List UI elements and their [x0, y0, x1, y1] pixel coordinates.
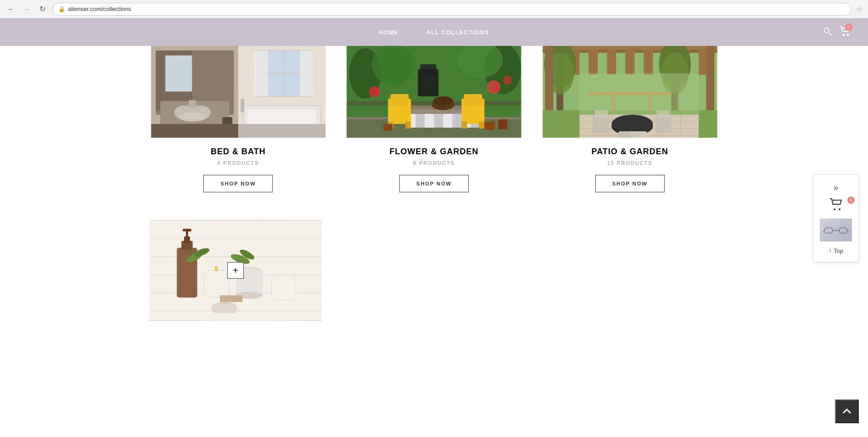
url-text: alienser.com/collections — [68, 6, 131, 12]
svg-rect-19 — [254, 50, 268, 96]
flower-garden-image — [345, 46, 523, 138]
search-icon — [823, 27, 832, 36]
svg-line-1 — [829, 33, 832, 35]
cart-icon-panel — [829, 198, 842, 211]
search-button[interactable] — [823, 27, 832, 38]
svg-point-0 — [824, 28, 829, 33]
shop-now-patio-garden[interactable]: SHOP NOW — [595, 175, 665, 192]
expand-btn[interactable]: » — [819, 182, 853, 193]
svg-rect-24 — [241, 99, 244, 112]
cart-button[interactable]: 0 — [840, 26, 850, 39]
svg-point-127 — [834, 208, 835, 210]
floating-compare-panel: » 0 ↑ Top — [813, 174, 859, 262]
nav-all-collections[interactable]: ALL COLLECTIONS — [426, 29, 489, 36]
svg-point-53 — [433, 96, 454, 106]
collection-count-bed-bath: 4 PRODUCTS — [150, 160, 327, 166]
svg-point-10 — [179, 112, 206, 122]
svg-rect-66 — [607, 50, 616, 75]
svg-point-91 — [611, 115, 653, 133]
browser-chrome: ← → ↻ 🔒 alienser.com/collections ☆ — [0, 0, 868, 18]
svg-rect-12 — [189, 100, 196, 107]
add-to-cart-btn[interactable]: + — [227, 262, 244, 279]
svg-point-54 — [369, 86, 380, 97]
svg-rect-25 — [238, 124, 325, 138]
bookmark-star-icon[interactable]: ☆ — [856, 5, 862, 13]
patio-garden-image — [541, 46, 719, 138]
collection-card-flower-garden: FLOWER & GARDEN 8 PRODUCTS SHOP NOW — [345, 46, 523, 192]
shop-now-bed-bath[interactable]: SHOP NOW — [203, 175, 273, 192]
svg-point-56 — [503, 76, 512, 85]
top-arrow-icon: ↑ — [829, 247, 832, 254]
svg-rect-49 — [479, 122, 485, 129]
svg-rect-14 — [151, 124, 238, 138]
collection-count-flower-garden: 8 PRODUCTS — [345, 160, 523, 166]
svg-rect-126 — [212, 304, 237, 313]
svg-point-55 — [487, 80, 501, 94]
svg-rect-45 — [406, 122, 411, 129]
svg-rect-51 — [420, 64, 437, 76]
reload-button[interactable]: ↻ — [37, 4, 48, 15]
product-card-small: + — [150, 220, 322, 321]
svg-rect-99 — [588, 92, 671, 95]
svg-rect-97 — [631, 131, 647, 138]
back-button[interactable]: ← — [6, 4, 17, 15]
svg-rect-59 — [498, 119, 508, 129]
collection-title-flower-garden: FLOWER & GARDEN — [345, 147, 523, 157]
expand-icon: » — [833, 182, 838, 193]
collection-title-bed-bath: BED & BATH — [150, 147, 327, 157]
svg-rect-68 — [644, 50, 653, 75]
shop-now-flower-garden[interactable]: SHOP NOW — [399, 175, 469, 192]
bottom-row: + — [150, 220, 719, 321]
svg-rect-129 — [824, 228, 833, 233]
svg-rect-39 — [425, 114, 434, 128]
bed-bath-image — [150, 46, 327, 138]
svg-rect-58 — [485, 122, 495, 130]
plus-icon: + — [233, 265, 238, 276]
svg-point-128 — [839, 208, 840, 210]
svg-rect-40 — [443, 114, 453, 128]
svg-point-3 — [847, 34, 849, 35]
svg-rect-124 — [219, 295, 242, 302]
svg-rect-65 — [588, 50, 598, 75]
svg-rect-48 — [462, 122, 467, 129]
svg-rect-67 — [625, 50, 634, 75]
panel-cart-badge: 0 — [847, 196, 855, 204]
svg-rect-112 — [183, 229, 191, 231]
svg-rect-11 — [165, 55, 192, 92]
navbar-links: HOME ALL COLLECTIONS — [379, 29, 489, 36]
back-to-top-link[interactable]: ↑ Top — [819, 247, 853, 254]
top-label: Top — [834, 247, 843, 254]
nav-home[interactable]: HOME — [379, 29, 399, 36]
compare-cart-icon[interactable]: 0 — [819, 198, 853, 211]
svg-rect-130 — [839, 228, 847, 233]
svg-rect-113 — [204, 270, 229, 297]
collection-title-patio-garden: PATIO & GARDEN — [541, 147, 719, 157]
svg-rect-22 — [247, 109, 316, 125]
collection-count-patio-garden: 15 PRODUCTS — [541, 160, 719, 166]
address-bar[interactable]: 🔒 alienser.com/collections — [52, 3, 851, 16]
svg-point-2 — [843, 34, 845, 35]
svg-point-115 — [214, 266, 218, 271]
cart-badge: 0 — [845, 23, 852, 31]
navbar-icons: 0 — [823, 26, 850, 39]
forward-button[interactable]: → — [21, 4, 32, 15]
svg-rect-123 — [272, 275, 294, 300]
collection-card-bed-bath: BED & BATH 4 PRODUCTS SHOP NOW — [150, 46, 327, 192]
svg-rect-101 — [648, 95, 652, 114]
svg-rect-47 — [464, 94, 482, 106]
navbar: HOME ALL COLLECTIONS 0 — [0, 18, 868, 46]
collection-card-patio-garden: PATIO & GARDEN 15 PRODUCTS SHOP NOW — [541, 46, 719, 192]
svg-rect-100 — [611, 95, 615, 114]
panel-product-thumb — [820, 218, 852, 241]
lock-icon: 🔒 — [58, 6, 65, 12]
collections-grid: BED & BATH 4 PRODUCTS SHOP NOW — [150, 46, 719, 192]
svg-rect-43 — [391, 94, 409, 106]
svg-rect-20 — [300, 50, 313, 96]
product-image-container: + — [150, 220, 322, 321]
main-content: BED & BATH 4 PRODUCTS SHOP NOW — [113, 46, 756, 321]
svg-rect-57 — [384, 124, 393, 131]
